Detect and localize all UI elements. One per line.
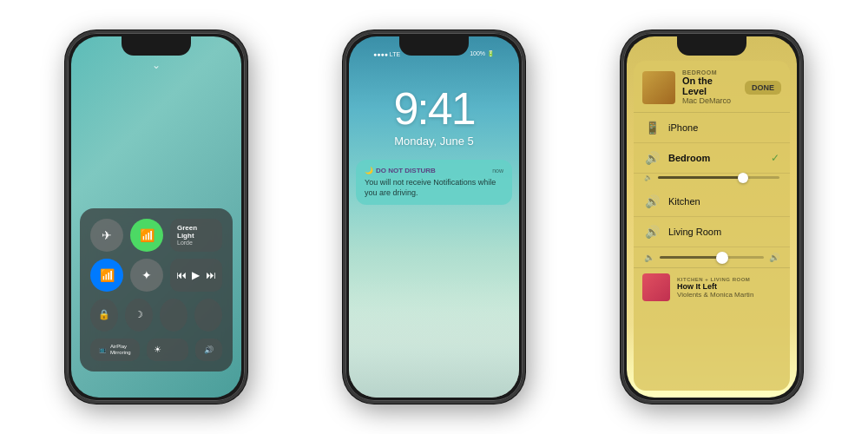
- brightness-icon: ☀: [154, 345, 161, 354]
- ap-now-playing: BEDROOM On the Level Mac DeMarco DONE: [634, 61, 790, 113]
- volume-slider-thumb[interactable]: [716, 252, 728, 264]
- phone-1-screen: ⌄ ✈ 📶 Green Light Lorde: [71, 36, 241, 398]
- volume-slider-fill: [660, 256, 722, 259]
- done-button[interactable]: DONE: [745, 81, 781, 95]
- airplay-icon: 📺: [99, 346, 107, 353]
- living-room-speaker-icon: 🔊: [644, 225, 660, 239]
- song-artist: Lorde: [177, 240, 215, 246]
- play-button[interactable]: ▶: [192, 269, 200, 281]
- phones-container: ⌄ ✈ 📶 Green Light Lorde: [0, 0, 868, 434]
- phone-1: ⌄ ✈ 📶 Green Light Lorde: [65, 30, 247, 404]
- bedroom-slider-thumb[interactable]: [738, 173, 748, 183]
- kitchen-speaker-icon: 🔊: [644, 194, 660, 208]
- cc-mid-row: 📶 ✦ ⏮ ▶ ⏭: [90, 259, 222, 292]
- bedroom-check: ✓: [771, 152, 779, 164]
- airplane-icon: ✈: [102, 228, 112, 242]
- bedroom-vol-min: 🔈: [644, 174, 653, 181]
- volume-up-button-2[interactable]: [343, 127, 345, 151]
- dnd-notification[interactable]: 🌙 DO NOT DISTURB now You will not receiv…: [356, 160, 512, 205]
- power-button[interactable]: [246, 102, 247, 146]
- volume-slider-track[interactable]: [660, 256, 764, 259]
- device-list: 📱 iPhone ✓ 🔊 Bedroom ✓ 🔈: [634, 113, 790, 247]
- power-button-2[interactable]: [523, 102, 525, 146]
- wifi-icon: 📶: [100, 268, 115, 282]
- device-living-room[interactable]: 🔊 Living Room ○: [634, 217, 790, 247]
- power-button-3[interactable]: [801, 102, 803, 146]
- airplay-panel: BEDROOM On the Level Mac DeMarco DONE 📱 …: [634, 61, 790, 391]
- volume-down-button-3[interactable]: [621, 160, 622, 184]
- device-iphone[interactable]: 📱 iPhone ✓: [634, 113, 790, 143]
- bottom-song-info: KITCHEN + LIVING ROOM How It Left Violen…: [677, 277, 781, 299]
- volume-icon: 🔊: [204, 345, 214, 354]
- kitchen-label: Kitchen: [668, 196, 765, 207]
- bedroom-speaker-icon: 🔊: [644, 151, 660, 165]
- silent-switch-3[interactable]: [621, 94, 622, 118]
- ap-artist: Mac DeMarco: [682, 96, 738, 105]
- vol-max-icon: 🔊: [769, 253, 779, 262]
- notification-timestamp: now: [492, 168, 503, 174]
- device-kitchen[interactable]: 🔊 Kitchen ○: [634, 187, 790, 217]
- bluetooth-icon: ✦: [141, 268, 152, 282]
- bottom-song: KITCHEN + LIVING ROOM How It Left Violen…: [642, 273, 781, 301]
- wifi-button[interactable]: 📶: [90, 259, 123, 292]
- control-center-panel: ✈ 📶 Green Light Lorde 📶: [80, 208, 233, 372]
- phone-2: ●●●● LTE 100% 🔋 9:41 Monday, June 5 🌙 DO…: [343, 30, 525, 404]
- album-art: [642, 71, 675, 104]
- bottom-title: How It Left: [677, 282, 781, 291]
- volume-down-button[interactable]: [65, 160, 67, 184]
- cc-tile-3[interactable]: [160, 299, 187, 332]
- song-title: Green Light: [177, 224, 215, 240]
- dnd-title: 🌙 DO NOT DISTURB: [365, 167, 436, 174]
- chevron-icon: ⌄: [152, 59, 161, 71]
- iphone-check: ✓: [771, 122, 779, 134]
- cc-last-row: 📺 AirPlayMirroring ☀ 🔊: [90, 339, 222, 361]
- cellular-button[interactable]: 📶: [130, 219, 163, 252]
- rotation-lock-button[interactable]: 🔒: [90, 299, 118, 332]
- lock-icon: 🔒: [98, 309, 110, 320]
- ap-bottom: KITCHEN + LIVING ROOM How It Left Violen…: [634, 267, 790, 306]
- airplay-button[interactable]: 📺 AirPlayMirroring: [90, 339, 140, 361]
- notch-3: [677, 36, 746, 56]
- cellular-icon: 📶: [140, 228, 155, 242]
- do-not-disturb-button[interactable]: ☽: [125, 299, 153, 332]
- prev-button[interactable]: ⏮: [176, 269, 187, 281]
- notification-body: You will not receive Notifications while…: [365, 178, 503, 198]
- airplay-label: AirPlayMirroring: [110, 344, 131, 356]
- volume-down-button-2[interactable]: [343, 160, 345, 184]
- bedroom-slider-track[interactable]: [658, 176, 779, 179]
- current-date: Monday, June 5: [349, 135, 519, 148]
- silent-switch[interactable]: [65, 94, 67, 118]
- lock-screen-clock: 9:41 Monday, June 5: [349, 61, 519, 148]
- brightness-slider[interactable]: ☀: [147, 339, 188, 361]
- moon-icon: ☽: [135, 309, 143, 320]
- notch-2: [399, 36, 469, 56]
- notch-1: [122, 36, 191, 56]
- media-controls: ⏮ ▶ ⏭: [170, 259, 222, 292]
- volume-up-button[interactable]: [65, 127, 67, 151]
- dnd-header: 🌙 DO NOT DISTURB now: [365, 167, 503, 174]
- bluetooth-button[interactable]: ✦: [130, 259, 163, 292]
- bottom-artist: Violents & Monica Martin: [677, 291, 781, 299]
- cc-tile-4[interactable]: [194, 299, 222, 332]
- next-button[interactable]: ⏭: [206, 269, 216, 281]
- phone-2-screen: ●●●● LTE 100% 🔋 9:41 Monday, June 5 🌙 DO…: [349, 36, 519, 398]
- device-bedroom[interactable]: 🔊 Bedroom ✓: [634, 143, 790, 174]
- kitchen-check: ○: [773, 195, 779, 207]
- volume-up-button-3[interactable]: [621, 127, 622, 151]
- cc-bottom-row: 🔒 ☽: [90, 299, 222, 332]
- airplane-mode-button[interactable]: ✈: [90, 219, 123, 252]
- volume-slider-row: 🔈 🔊: [634, 247, 790, 267]
- iphone-icon: 📱: [644, 121, 660, 135]
- iphone-label: iPhone: [668, 122, 762, 133]
- silent-switch-2[interactable]: [343, 94, 345, 118]
- ocean-background: [349, 276, 519, 398]
- now-playing-widget[interactable]: Green Light Lorde: [170, 219, 222, 252]
- dnd-icon: 🌙: [365, 167, 373, 174]
- bottom-album-art: [642, 273, 670, 301]
- volume-control[interactable]: 🔊: [195, 339, 222, 361]
- ap-song-title: On the Level: [682, 76, 738, 96]
- ap-location: BEDROOM: [682, 69, 738, 76]
- vol-min-icon: 🔈: [644, 253, 654, 262]
- living-room-label: Living Room: [668, 227, 765, 237]
- bedroom-label: Bedroom: [668, 153, 762, 163]
